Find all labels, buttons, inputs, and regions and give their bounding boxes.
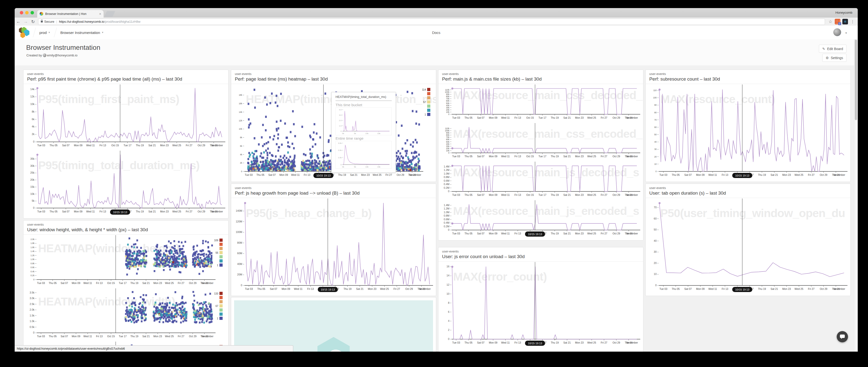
docs-link[interactable]: Docs: [432, 31, 440, 35]
intercom-chat-button[interactable]: [837, 331, 848, 342]
panel-file-sizes[interactable]: user-events Perf: main.js & main.css fil…: [438, 70, 644, 240]
browser-tab[interactable]: Browser Instrumentation | Hon ×: [37, 10, 103, 18]
svg-text:Mon 09: Mon 09: [489, 193, 497, 196]
svg-text:0.5k: 0.5k: [30, 326, 35, 328]
svg-text:Oct 15: Oct 15: [526, 155, 534, 158]
panel-first-paint[interactable]: user-events Perf: p95 first paint time (…: [23, 70, 228, 219]
svg-text:Wed 25: Wed 25: [587, 116, 596, 119]
svg-text:Oct 29: Oct 29: [613, 116, 620, 119]
svg-text:0k: 0k: [342, 132, 344, 135]
chrome-profile-name: Honeycomb: [836, 11, 852, 14]
svg-text:114: 114: [422, 89, 426, 91]
svg-text:Sat 07: Sat 07: [62, 210, 70, 213]
svg-text:1.0: 1.0: [339, 125, 342, 127]
svg-text:Fri 13: Fri 13: [515, 116, 521, 119]
svg-text:Sat 07: Sat 07: [477, 155, 485, 158]
svg-text:8k: 8k: [32, 110, 35, 113]
bookmark-star-icon[interactable]: ☆: [827, 19, 834, 24]
svg-text:Mon 23: Mon 23: [153, 335, 162, 338]
svg-text:Fri 27: Fri 27: [601, 155, 607, 158]
chart-error-count: MAX(error_count)0246810121416Tue 03Thu 0…: [438, 262, 643, 347]
svg-text:Thu 05: Thu 05: [465, 155, 473, 158]
back-button[interactable]: ←: [15, 19, 22, 24]
react-devtools-extension-icon[interactable]: ⚛: [842, 19, 848, 25]
svg-text:Sat 07: Sat 07: [684, 173, 692, 176]
svg-text:Fri 13: Fri 13: [307, 288, 314, 290]
minimize-window-button[interactable]: [25, 11, 29, 14]
svg-text:Fri 27: Fri 27: [808, 173, 814, 176]
svg-text:100M: 100M: [236, 231, 242, 233]
extension-icon[interactable]: 2: [835, 19, 840, 25]
panel-loading[interactable]: [231, 297, 436, 352]
close-window-button[interactable]: [20, 11, 23, 14]
svg-text:Wed 11: Wed 11: [86, 144, 95, 147]
svg-text:5k: 5k: [354, 132, 356, 135]
panel-window-size[interactable]: user-events User: window height, width, …: [23, 220, 228, 352]
chart-resource-count: MAX(resource_count)010203040506070809010…: [646, 84, 850, 180]
svg-text:1.2k: 1.2k: [31, 254, 35, 257]
panel-title: User: js error count on unload – last 30…: [442, 254, 640, 259]
reload-button[interactable]: ↻: [29, 19, 37, 25]
svg-text:10/15 19:13: 10/15 19:13: [735, 288, 749, 291]
gear-icon: ⚙: [826, 56, 829, 60]
svg-text:Fri 13: Fri 13: [722, 288, 728, 290]
svg-text:Thu 05: Thu 05: [49, 335, 57, 338]
edit-board-button[interactable]: ✎ Edit Board: [819, 45, 846, 53]
env-selector[interactable]: prod ▼: [39, 31, 50, 35]
svg-text:Wed 11: Wed 11: [501, 341, 510, 344]
svg-text:60: 60: [654, 126, 657, 128]
svg-text:Sat 21: Sat 21: [142, 281, 150, 285]
svg-text:Wed 11: Wed 11: [291, 173, 300, 176]
zoom-window-button[interactable]: [31, 11, 34, 14]
panel-title: User: window height, width, & height * w…: [27, 227, 224, 232]
honeycomb-logo[interactable]: [18, 27, 29, 38]
panel-title: Perf: page load time (ms) heatmap – last…: [235, 76, 432, 82]
forward-button[interactable]: →: [22, 19, 29, 24]
user-avatar[interactable]: [833, 28, 841, 36]
page-scrollbar[interactable]: [854, 39, 858, 352]
settings-button[interactable]: ⚙ Settings: [822, 54, 846, 62]
address-bar[interactable]: Secure | https://ui-dogfood.honeycomb.io…: [38, 19, 825, 25]
scrollbar-thumb[interactable]: [855, 39, 857, 120]
svg-text:Wed 25: Wed 25: [587, 341, 596, 344]
panel-dataset-label: user-events: [649, 186, 847, 190]
pencil-icon: ✎: [822, 47, 825, 51]
svg-text:140M: 140M: [236, 209, 242, 212]
panel-load-heatmap[interactable]: user-events Perf: page load time (ms) he…: [231, 70, 436, 182]
svg-text:Tue 03: Tue 03: [452, 232, 460, 235]
panel-js-heap[interactable]: user-events Perf: js heap growth from pa…: [231, 184, 436, 296]
panel-js-errors[interactable]: user-events User: js error count on unlo…: [438, 247, 644, 352]
tab-close-icon[interactable]: ×: [99, 12, 101, 15]
panel-subresource-count[interactable]: user-events Perf: subresource count – la…: [645, 70, 851, 182]
svg-text:5k: 5k: [354, 166, 356, 168]
svg-text:Thu 19: Thu 19: [338, 173, 346, 176]
panel-title: Perf: subresource count – last 30d: [649, 76, 847, 82]
dashboard: user-events Perf: p95 first paint time (…: [15, 65, 858, 352]
svg-text:15k: 15k: [377, 166, 381, 168]
svg-text:Oct 29: Oct 29: [189, 335, 196, 338]
svg-text:Oct 29: Oct 29: [613, 232, 620, 235]
svg-text:Sat 21: Sat 21: [563, 193, 571, 196]
svg-text:Mon 23: Mon 23: [575, 116, 584, 119]
svg-text:10k: 10k: [30, 103, 35, 105]
svg-text:Thu 19: Thu 19: [551, 232, 559, 235]
svg-text:Thu 19: Thu 19: [551, 155, 559, 158]
svg-text:0: 0: [448, 228, 450, 231]
svg-text:Mon 23: Mon 23: [575, 341, 584, 344]
svg-text:November: November: [626, 116, 638, 119]
svg-text:80k: 80k: [446, 95, 450, 98]
creator-email[interactable]: emily@honeycomb.io: [47, 54, 78, 57]
svg-text:0.8M: 0.8M: [444, 214, 450, 217]
svg-text:40: 40: [654, 141, 657, 143]
new-tab-button[interactable]: [104, 11, 115, 17]
svg-text:60: 60: [654, 217, 657, 220]
svg-text:Fri 27: Fri 27: [601, 193, 607, 196]
panel-tab-duration[interactable]: user-events User: tab open duration (s) …: [645, 184, 851, 296]
chrome-menu-icon[interactable]: ⋮: [849, 19, 856, 24]
svg-text:Fri 27: Fri 27: [601, 116, 607, 119]
board-selector[interactable]: Browser Instrumentation ▼: [60, 31, 104, 35]
svg-text:Tue 17: Tue 17: [123, 144, 131, 147]
svg-text:Mon 23: Mon 23: [782, 288, 791, 290]
honeycomb-loading-hexagon-icon: [317, 337, 350, 352]
chevron-down-icon[interactable]: ▼: [845, 32, 847, 34]
